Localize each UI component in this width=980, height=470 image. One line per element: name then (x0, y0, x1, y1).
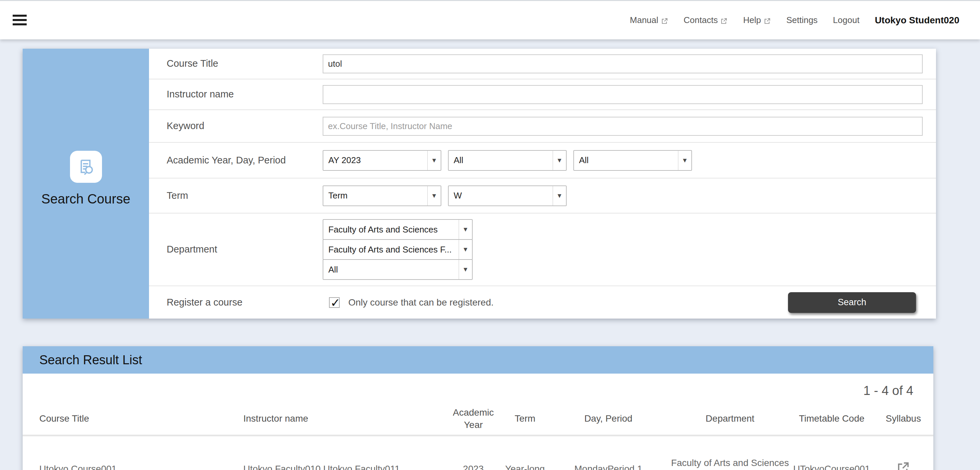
academic-year-day-period-select-2[interactable]: All▼ (448, 150, 567, 171)
col-header-course_title: Course Title (23, 413, 233, 425)
cell-syllabus (873, 460, 933, 470)
col-header-academic_year: Academic Year (443, 406, 503, 431)
keyword-input[interactable] (323, 117, 923, 136)
cell-timetable_code: UTokyoCourse001 (790, 463, 873, 470)
term-select-1[interactable]: Term▼ (323, 185, 441, 206)
nav-logout[interactable]: Logout (833, 15, 860, 25)
department-select-3[interactable]: All▼ (323, 259, 473, 280)
cell-instructor: Utokyo Faculty010,Utokyo Faculty011 (233, 463, 443, 470)
external-link-icon (661, 17, 668, 24)
keyword-label: Keyword (167, 120, 300, 132)
cell-course_title[interactable]: Utokyo Course001 (23, 463, 233, 470)
nav-manual[interactable]: Manual (630, 15, 668, 25)
external-link-icon (764, 17, 771, 24)
course-title-label: Course Title (167, 57, 300, 70)
search-result-list-header: Search Result List (23, 346, 933, 374)
search-course-sidebar: Search Course (23, 49, 149, 319)
col-header-instructor: Instructor name (233, 413, 443, 425)
cell-department: Faculty of Arts and SciencesFaculty of A… (670, 457, 790, 470)
chevron-down-icon: ▼ (553, 186, 566, 206)
results-table-body: Utokyo Course001Utokyo Faculty010,Utokyo… (23, 436, 933, 470)
chevron-down-icon: ▼ (427, 186, 441, 206)
course-title-input[interactable] (323, 54, 923, 73)
search-result-panel: Search Result List 1 - 4 of 4 Course Tit… (23, 346, 933, 470)
col-header-department: Department (670, 413, 790, 425)
instructor-name-input[interactable] (323, 85, 923, 104)
search-result-list-title: Search Result List (39, 353, 142, 367)
department-select-1[interactable]: Faculty of Arts and Sciences▼ (323, 219, 473, 240)
search-button[interactable]: Search (788, 292, 916, 313)
department-select-2[interactable]: Faculty of Arts and Sciences F...▼ (323, 239, 473, 260)
nav-help[interactable]: Help (743, 15, 771, 25)
cell-day_period: MondayPeriod 1 (547, 463, 670, 470)
academic-year-day-period-select-1[interactable]: AY 2023▼ (323, 150, 441, 171)
col-header-day_period: Day, Period (547, 413, 670, 425)
term-select-2[interactable]: W▼ (448, 185, 567, 206)
sidebar-title: Search Course (41, 191, 130, 207)
academic-year-day-period-select-3[interactable]: All▼ (573, 150, 692, 171)
hamburger-menu-icon[interactable] (13, 15, 27, 25)
search-form: Course Title Instructor name Keyword Aca… (149, 49, 936, 319)
department-label: Department (167, 243, 300, 256)
syllabus-external-link-icon[interactable] (896, 460, 910, 470)
chevron-down-icon: ▼ (459, 260, 472, 279)
result-count: 1 - 4 of 4 (23, 374, 933, 403)
col-header-timetable_code: Timetable Code (790, 413, 873, 425)
registered-only-checkbox[interactable] (329, 297, 340, 308)
external-link-icon (720, 17, 728, 24)
header-nav: Manual Contacts Help SettingsLogoutUtoky… (630, 15, 980, 25)
nav-contacts[interactable]: Contacts (684, 15, 728, 25)
chevron-down-icon: ▼ (678, 151, 691, 170)
chevron-down-icon: ▼ (553, 151, 566, 170)
document-search-icon (70, 151, 102, 183)
nav-settings[interactable]: Settings (786, 15, 818, 25)
cell-term: Year-long (503, 463, 547, 470)
academic-year-day-period-label: Academic Year, Day, Period (167, 154, 300, 167)
top-header: Manual Contacts Help SettingsLogoutUtoky… (0, 0, 980, 39)
username[interactable]: Utokyo Student020 (875, 15, 959, 25)
registered-only-checkbox-label: Only course that can be registered. (348, 297, 494, 308)
instructor-name-label: Instructor name (167, 88, 300, 101)
search-course-panel: Search Course Course Title Instructor na… (23, 49, 936, 319)
register-a-course-label: Register a course (167, 296, 300, 309)
col-header-syllabus: Syllabus (873, 413, 933, 425)
cell-academic_year: 2023 (443, 463, 503, 470)
chevron-down-icon: ▼ (459, 220, 472, 239)
chevron-down-icon: ▼ (427, 151, 441, 170)
chevron-down-icon: ▼ (459, 240, 472, 259)
results-table-header: Course TitleInstructor nameAcademic Year… (23, 403, 933, 436)
table-row: Utokyo Course001Utokyo Faculty010,Utokyo… (23, 436, 933, 470)
col-header-term: Term (503, 413, 547, 425)
term-label: Term (167, 190, 300, 202)
